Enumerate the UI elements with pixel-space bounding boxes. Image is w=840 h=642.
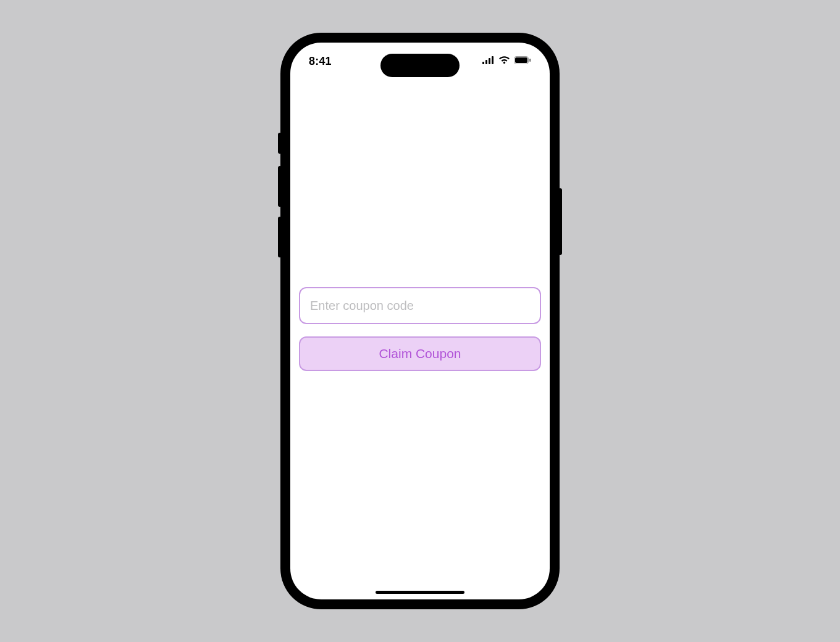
claim-button-label: Claim Coupon [379,346,461,361]
coupon-form: Claim Coupon [299,287,541,371]
claim-coupon-button[interactable]: Claim Coupon [299,336,541,371]
svg-rect-3 [492,56,494,64]
cellular-icon [482,56,495,67]
battery-icon [514,56,531,67]
svg-rect-0 [482,62,484,64]
power-button [558,188,562,255]
status-time: 8:41 [309,55,332,68]
coupon-code-input[interactable] [299,287,541,324]
mute-switch [278,133,282,154]
app-content: Claim Coupon [290,77,550,599]
status-indicators [482,56,531,67]
phone-screen: 8:41 [290,43,550,599]
status-bar: 8:41 [290,43,550,77]
svg-rect-2 [489,58,490,64]
phone-frame: 8:41 [282,34,558,608]
volume-up-button [278,166,282,207]
volume-down-button [278,217,282,257]
svg-rect-5 [515,57,527,63]
home-indicator[interactable] [376,591,464,594]
svg-rect-6 [529,59,531,62]
wifi-icon [498,56,510,67]
svg-rect-1 [485,60,487,64]
